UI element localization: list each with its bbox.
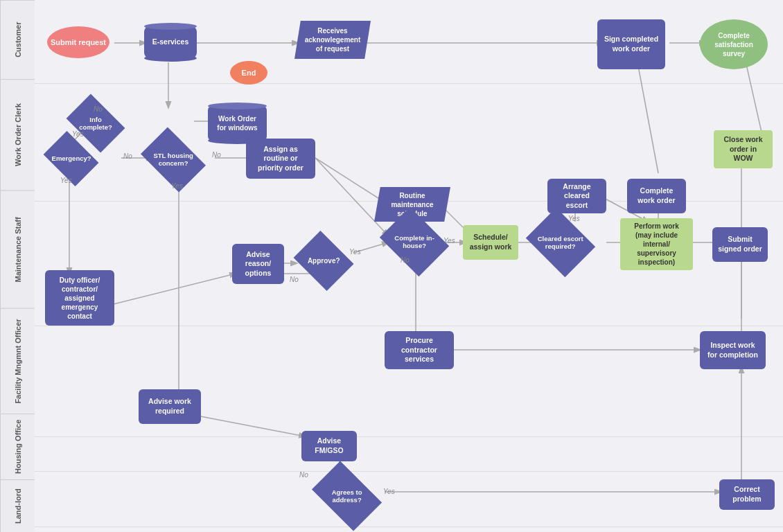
approve-node: Approve? (292, 239, 355, 282)
work-order-windows-label: Work Order for windows (213, 114, 261, 132)
lane-clerk: Work Order Clerk (0, 79, 35, 190)
e-services-label: E-services (152, 37, 189, 47)
procure-contractor-node: Procure contractor services (385, 331, 454, 369)
swim-lanes: Customer Work Order Clerk Maintenance St… (0, 0, 35, 532)
correct-problem-label: Correct problem (725, 485, 769, 504)
yes-label-inhouse: Yes (443, 237, 455, 245)
schedule-assign-label: Schedule/ assign work (468, 233, 513, 251)
advise-fm-gso-node: Advise FM/GSO (301, 431, 357, 461)
complete-work-order-label: Complete work order (633, 186, 680, 205)
duty-officer-label: Duty officer/ contractor/ assigned emerg… (51, 276, 109, 321)
complete-survey-node: Complete satisfaction survey (700, 19, 768, 69)
complete-inhouse-node: Complete in-house? (380, 218, 449, 265)
yes-label-emergency: Yes (60, 177, 72, 184)
yes-label-stl: Yes (171, 182, 183, 190)
arrange-escort-label: Arrange cleared escort (553, 182, 601, 211)
yes-label-escort: Yes (568, 215, 580, 222)
svg-line-22 (637, 62, 658, 173)
close-work-order-node: Close work order in WOW (714, 130, 773, 168)
stl-housing-node: STL housing concern? (139, 139, 208, 180)
procure-contractor-label: Procure contractor services (390, 336, 448, 364)
stl-housing-label: STL housing concern? (148, 152, 198, 168)
yes-label-agrees: Yes (383, 488, 395, 495)
e-services-node: E-services (144, 26, 197, 58)
yes-label-info: Yes (72, 130, 84, 138)
diagram-container: Customer Work Order Clerk Maintenance St… (0, 0, 783, 532)
yes-label-approve: Yes (349, 248, 361, 256)
emergency-node: Emergency? (42, 141, 100, 177)
no-label-agrees: No (299, 471, 308, 479)
approve-label: Approve? (308, 256, 340, 265)
duty-officer-node: Duty officer/ contractor/ assigned emerg… (45, 270, 114, 326)
perform-work-label: Perform work (may include internal/ supe… (626, 222, 687, 267)
receives-ack-label: Receives acknowlegement of request (304, 26, 361, 53)
sign-completed-node: Sign completed work order (597, 19, 665, 69)
schedule-assign-node: Schedule/ assign work (463, 225, 518, 260)
work-order-windows-node: Work Order for windows (208, 106, 267, 141)
inspect-work-node: Inspect work for completion (700, 331, 766, 369)
lane-facility: Facility Mngmnt Officer (0, 308, 35, 414)
submit-signed-node: Submit signed order (712, 227, 768, 262)
no-label-emergency: No (123, 152, 132, 160)
svg-line-34 (111, 274, 236, 305)
lane-maintenance: Maintenance Staff (0, 190, 35, 309)
end-label: End (242, 68, 256, 78)
lane-housing: Housing Office (0, 414, 35, 479)
submit-request-node: Submit request (47, 26, 109, 58)
assign-routine-label: Assign as routine or priority order (252, 145, 310, 173)
advise-fm-gso-label: Advise FM/GSO (307, 436, 351, 455)
lane-line-5 (35, 471, 783, 472)
info-complete-label: Info complete? (73, 115, 118, 131)
lane-line-6 (35, 526, 783, 527)
cleared-escort-label: Cleared escort required? (534, 235, 587, 251)
submit-request-label: Submit request (51, 37, 106, 47)
close-work-order-label: Close work order in WOW (719, 135, 767, 163)
end-node: End (230, 61, 267, 85)
lane-line-4 (35, 436, 783, 437)
no-label-inhouse: No (401, 256, 410, 264)
no-label-info: No (94, 105, 103, 113)
no-label-stl: No (212, 151, 221, 159)
lane-line-3 (35, 326, 783, 326)
perform-work-node: Perform work (may include internal/ supe… (620, 218, 693, 270)
advise-reason-node: Advise reason/ options (232, 244, 284, 284)
lane-line-1 (35, 83, 783, 84)
sign-completed-label: Sign completed work order (603, 35, 660, 53)
assign-routine-node: Assign as routine or priority order (246, 139, 315, 179)
correct-problem-node: Correct problem (719, 479, 775, 510)
no-label-approve: No (290, 276, 299, 283)
submit-signed-label: Submit signed order (718, 235, 762, 254)
lane-landlord: Land-lord (0, 479, 35, 532)
complete-survey-label: Complete satisfaction survey (700, 28, 768, 61)
advise-reason-label: Advise reason/ options (238, 250, 279, 278)
emergency-label: Emergency? (51, 154, 92, 162)
advise-work-node: Advise work required (139, 389, 201, 424)
cleared-escort-node: Cleared escort required? (525, 219, 596, 266)
agrees-address-node: Agrees to address? (308, 475, 385, 517)
advise-work-label: Advise work required (144, 397, 195, 416)
agrees-address-label: Agrees to address? (319, 488, 374, 504)
receives-ack-node: Receives acknowlegement of request (294, 21, 371, 59)
lane-customer: Customer (0, 0, 35, 79)
inspect-work-label: Inspect work for completion (705, 341, 760, 360)
complete-inhouse-label: Complete in-house? (389, 234, 441, 250)
complete-work-order-node: Complete work order (627, 179, 686, 213)
